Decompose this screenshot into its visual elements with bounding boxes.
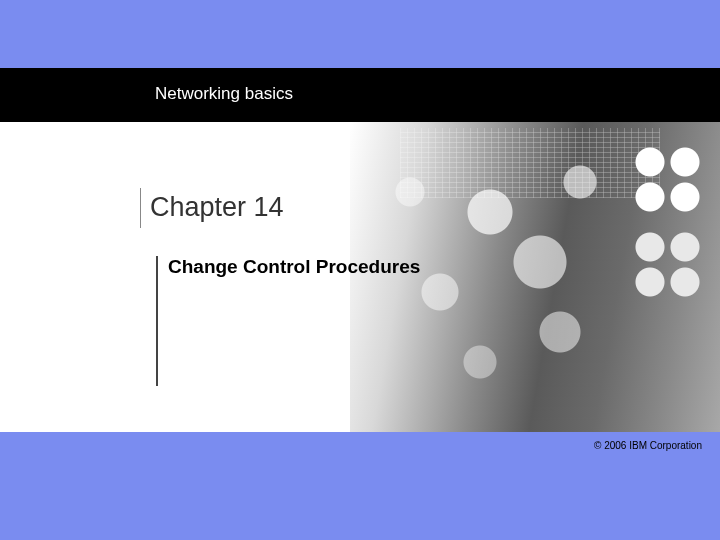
header-band — [0, 68, 720, 122]
copyright-text: © 2006 IBM Corporation — [594, 440, 702, 451]
slide-subtitle: Change Control Procedures — [168, 256, 420, 278]
chapter-label: Chapter 14 — [150, 192, 284, 223]
course-title: Networking basics — [155, 84, 293, 104]
chapter-separator — [140, 188, 141, 228]
subtitle-separator — [156, 256, 158, 386]
content-band: Chapter 14 Change Control Procedures — [0, 122, 720, 432]
